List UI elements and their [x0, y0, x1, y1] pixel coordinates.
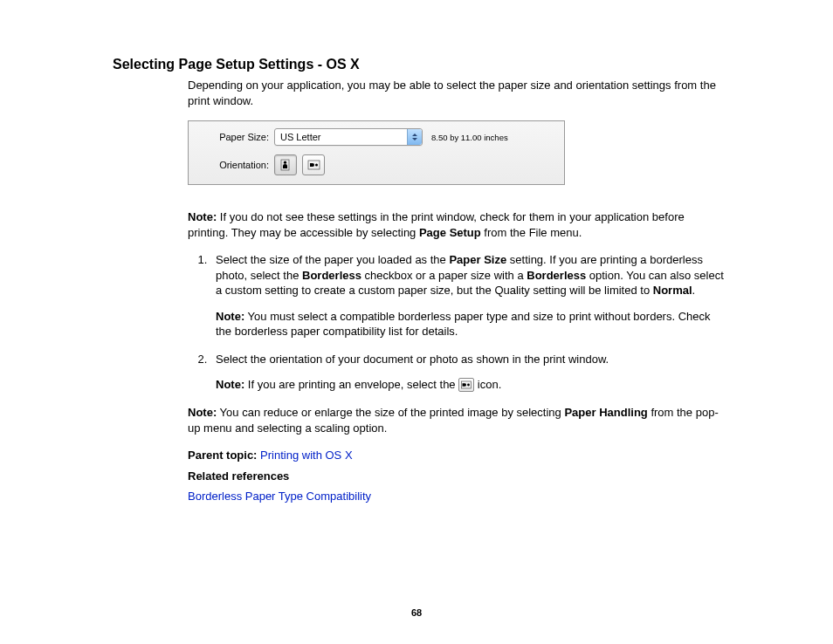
- orientation-landscape-button[interactable]: [302, 154, 325, 175]
- select-stepper-icon[interactable]: [407, 129, 422, 145]
- note-1: Note: If you do not see these settings i…: [188, 209, 724, 240]
- intro-paragraph: Depending on your application, you may b…: [188, 78, 724, 108]
- orientation-portrait-button[interactable]: [274, 154, 297, 175]
- landscape-person-icon: [307, 160, 320, 171]
- svg-point-1: [284, 161, 286, 164]
- paper-size-select[interactable]: US Letter: [274, 128, 423, 146]
- page-heading: Selecting Page Setup Settings - OS X: [113, 57, 724, 72]
- paper-dimensions: 8.50 by 11.00 inches: [431, 133, 508, 142]
- svg-point-3: [315, 163, 318, 166]
- parent-topic-line: Parent topic: Printing with OS X: [188, 448, 724, 463]
- note-3: Note: You can reduce or enlarge the size…: [188, 405, 724, 435]
- related-references-label: Related references: [188, 469, 724, 484]
- step-1-note: Note: You must select a compatible borde…: [216, 309, 724, 339]
- step-2-note: Note: If you are printing an envelope, s…: [216, 377, 724, 393]
- related-reference-link-line: Borderless Paper Type Compatibility: [188, 489, 724, 504]
- parent-topic-link[interactable]: Printing with OS X: [260, 449, 353, 462]
- step-2: Select the orientation of your document …: [210, 352, 724, 393]
- paper-size-value: US Letter: [275, 132, 407, 142]
- paper-size-label: Paper Size:: [197, 132, 274, 142]
- portrait-person-icon: [280, 159, 291, 171]
- step-1: Select the size of the paper you loaded …: [210, 252, 724, 339]
- related-reference-link[interactable]: Borderless Paper Type Compatibility: [188, 490, 371, 503]
- steps-list: Select the size of the paper you loaded …: [188, 252, 724, 393]
- page-number: 68: [0, 607, 833, 618]
- landscape-envelope-icon: [458, 378, 474, 392]
- orientation-label: Orientation:: [197, 160, 274, 170]
- page-setup-screenshot: Paper Size: US Letter 8.50 by 11.00 inch…: [188, 120, 565, 185]
- svg-point-5: [467, 384, 470, 387]
